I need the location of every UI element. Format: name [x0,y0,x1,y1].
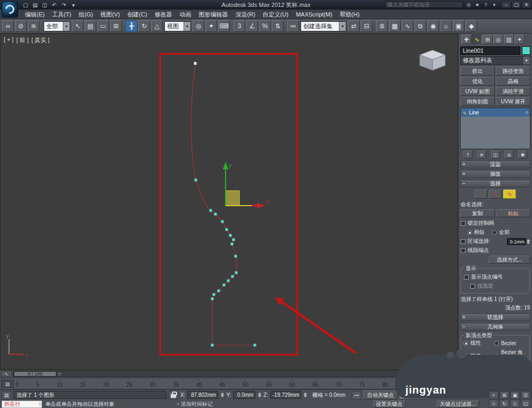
similar-radio[interactable] [467,230,472,235]
auto-key-button[interactable]: 自动关键点 [363,390,397,399]
key-mode-toggle-icon[interactable]: ⊶ [352,391,361,399]
vertex-handle[interactable] [227,280,230,282]
minimize-button[interactable]: – [502,1,511,8]
layer-manager-icon[interactable]: ≣ [376,20,388,32]
viewport-canvas[interactable]: yxxy [1,34,458,370]
star-icon[interactable]: ★ [473,1,481,8]
menu-item-10[interactable]: MAXScript(M) [292,10,336,19]
modifier-button-5[interactable]: 涡轮平滑 [496,87,530,96]
select-and-link-icon[interactable]: ∞ [2,20,14,32]
search-input[interactable] [385,1,463,8]
vertex-handle[interactable] [231,243,234,246]
modifier-stack[interactable]: ∿ Line ○ [460,108,530,149]
tab-display[interactable]: ▥ [504,35,514,44]
object-color-swatch[interactable] [522,46,530,55]
selection-region-icon[interactable]: ▭ [97,20,109,32]
orbit-icon[interactable]: ↻ [500,399,509,407]
vertex-handle[interactable] [210,209,212,212]
show-end-result-icon[interactable]: ≋ [477,151,486,159]
menu-item-7[interactable]: 图形编辑器 [195,10,232,19]
bind-to-spacewarp-icon[interactable]: ≋ [28,20,39,32]
pin-stack-icon[interactable]: † [463,151,472,159]
vertex-handle[interactable] [223,284,226,287]
rollout-soft-selection[interactable]: + 软选择 [460,313,530,321]
field-of-view-icon[interactable]: ◇ [510,399,520,407]
menu-item-2[interactable]: 组(G) [75,10,97,19]
modifier-button-1[interactable]: 路径变形 [496,67,530,76]
viewport-menu-general[interactable]: [ + ] [4,36,14,44]
maximize-viewport-icon[interactable]: ◱ [521,399,530,407]
undo-icon[interactable]: ↶ [50,1,59,9]
remove-modifier-icon[interactable]: ⊖ [504,151,513,159]
add-time-tag[interactable]: ◔ 添加时间标记 [176,401,213,408]
rollout-selection[interactable]: − 选择 [460,179,530,187]
vertex-handle[interactable] [254,344,256,347]
show-vertex-numbers-checkbox[interactable] [464,275,469,280]
zoom-all-icon[interactable]: ⊞ [500,391,509,399]
vertex-handle[interactable] [195,179,197,182]
area-threshold-value[interactable]: 0.1mm [507,238,526,245]
modifier-list-dropdown[interactable]: 修改器列表 ▼ [460,56,530,65]
y-coordinate-field[interactable]: 0.0mm [233,391,255,399]
zoom-region-icon[interactable]: ⊡ [521,391,530,399]
next-frame-nub[interactable]: ‹› [57,372,62,376]
close-button[interactable]: ✕ [522,1,531,8]
new-file-icon[interactable]: ▢ [21,1,30,9]
area-threshold-spinner[interactable]: 0.1mm [507,238,530,245]
select-object-icon[interactable]: ↖ [72,20,84,32]
vertex-handle[interactable] [232,239,235,241]
schematic-view-icon[interactable]: ⧉ [414,20,426,32]
select-and-move-icon[interactable]: ╋ [126,20,137,32]
bezier-radio[interactable] [494,341,499,346]
copy-button[interactable]: 复制 [460,209,495,217]
mirror-icon[interactable]: ⇄ [348,20,360,32]
select-by-button[interactable]: 选择方式... [489,256,530,264]
app-logo-icon[interactable] [2,1,18,18]
edit-named-selections-icon[interactable]: ≔ [287,20,299,32]
select-and-manipulate-icon[interactable]: ✦ [205,20,217,32]
mini-listener-icon[interactable]: ▤ [2,391,11,399]
vertex-handle[interactable] [211,344,214,347]
z-spinner-icon[interactable] [304,393,307,397]
named-selection-dropdown[interactable]: 创建选择集▼ [301,21,346,31]
modifier-button-7[interactable]: UVW 展开 [496,97,530,106]
viewport-front[interactable]: [ + ] [ 前 ] [ 真实 ] yxxy [0,34,458,370]
tab-utilities[interactable]: ✦ [514,35,525,44]
open-file-icon[interactable]: ▤ [31,1,39,9]
material-editor-icon[interactable]: ◉ [427,20,439,32]
rollout-rendering[interactable]: + 渲染 [460,160,530,168]
select-by-name-icon[interactable]: ▤ [85,20,96,32]
viewcube[interactable] [420,50,445,70]
menu-item-9[interactable]: 自定义(U) [259,10,292,19]
selection-filter-dropdown[interactable]: 全部▼ [44,21,70,31]
maximize-button[interactable]: ▢ [512,1,521,8]
time-slider-handle[interactable]: 0 / 100 [14,371,56,377]
menu-item-1[interactable]: 工具(T) [48,10,75,19]
spline-mode-icon[interactable]: ∿ [503,190,516,199]
tab-hierarchy[interactable]: ⊞ [483,35,493,44]
key-filters-button[interactable]: 关键点过滤器... [437,401,479,407]
area-selection-checkbox[interactable] [461,239,466,244]
spinner-snap-icon[interactable]: ⇅ [272,20,284,32]
unlink-selection-icon[interactable]: ⊘ [15,20,27,32]
rendered-frame-icon[interactable]: ▣ [453,20,464,32]
modifier-button-0[interactable]: 挤出 [460,67,495,76]
align-icon[interactable]: ⊟ [361,20,372,32]
lock-handles-checkbox[interactable] [461,221,466,226]
render-setup-icon[interactable]: ☼ [440,20,452,32]
linear-radio[interactable] [463,341,468,346]
graphite-toggle-icon[interactable]: ▦ [389,20,401,32]
paste-button[interactable]: 粘贴 [496,209,531,217]
infocenter-dropdown-icon[interactable]: ▾ [491,1,498,8]
vertex-handle[interactable] [235,255,237,258]
keyboard-override-icon[interactable]: ⌨ [218,20,230,32]
menu-item-8[interactable]: 渲染(R) [232,10,259,19]
rollout-geometry[interactable]: − 几何体 [460,323,530,331]
object-name-field[interactable]: Line001 [460,46,520,55]
angle-snap-icon[interactable]: ∠ [246,20,258,32]
select-and-rotate-icon[interactable]: ↻ [138,20,150,32]
vertex-handle[interactable] [229,234,232,237]
window-crossing-icon[interactable]: ⊞ [110,20,122,32]
make-unique-icon[interactable]: ◫ [491,151,500,159]
menu-item-3[interactable]: 视图(V) [97,10,124,19]
